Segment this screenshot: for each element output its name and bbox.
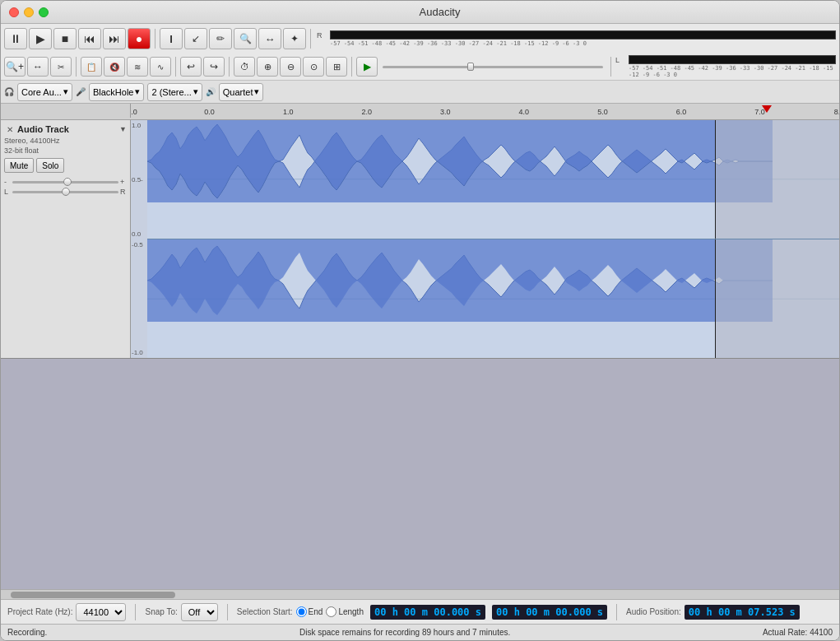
redo-button[interactable]: ↪ — [203, 57, 225, 77]
pan-slider[interactable] — [12, 191, 118, 193]
zoom-fit2-icon[interactable]: ⊞ — [326, 57, 347, 77]
envelope-tool-button[interactable]: ↙ — [184, 28, 207, 49]
snap-to-label: Snap To: — [145, 607, 177, 616]
track-info-bit: 32-bit float — [4, 146, 127, 155]
vu-meter-1 — [330, 30, 836, 39]
timer-icon[interactable]: ⏱ — [234, 57, 255, 77]
gray-region-bottom — [715, 239, 839, 359]
play-at-speed-button[interactable]: ▶ — [356, 57, 378, 77]
track-close-button[interactable]: ✕ — [4, 123, 16, 135]
vu-scale-row: -57 -54 -51 -48 -45 -42 -39 -36 -33 -30 … — [317, 40, 836, 47]
speed-slider[interactable] — [383, 66, 603, 68]
separator — [155, 29, 155, 49]
audio-position-time[interactable]: 00 h 00 m 07.523 s — [685, 605, 800, 620]
y-axis-bottom: -0.5 -1.0 — [131, 239, 147, 359]
selection-time-1[interactable]: 00 h 00 m 00.000 s — [370, 605, 485, 620]
track-header: ✕ Audio Track ▼ — [4, 123, 127, 135]
clip-icon[interactable]: 📋 — [81, 57, 102, 77]
end-radio[interactable] — [296, 606, 307, 617]
close-button[interactable] — [9, 7, 19, 17]
track-waveform[interactable]: 1.0 0.5- 0.0 -0.5 -1.0 — [131, 120, 839, 358]
ruler-mark-6: 6.0 — [676, 108, 687, 116]
pause-button[interactable]: ⏸ — [4, 28, 27, 49]
minimize-button[interactable] — [24, 7, 34, 17]
speed-thumb[interactable] — [467, 63, 474, 71]
mute-button[interactable]: Mute — [4, 158, 34, 173]
length-radio[interactable] — [326, 606, 336, 617]
playhead-indicator — [762, 105, 772, 113]
vu-meter-2 — [629, 55, 836, 64]
wave-icon[interactable]: ≋ — [127, 57, 148, 77]
skip-end-button[interactable]: ⏭ — [103, 28, 126, 49]
audio-host-select[interactable]: Core Au... ▾ — [17, 83, 72, 101]
snap-to-dropdown[interactable]: Off — [181, 603, 218, 621]
ruler-mark-neg1: -1.0 — [131, 108, 137, 116]
zoom-out-icon[interactable]: ⊖ — [280, 57, 301, 77]
y-axis-top: 1.0 0.5- 0.0 — [131, 120, 147, 239]
toolbar-container: ⏸ ▶ ■ ⏮ ⏭ ● I ↙ ✏ 🔍 ↔ ✦ R — [1, 24, 839, 104]
status-text-bar: Recording. Disk space remains for record… — [1, 624, 839, 640]
skip-start-button[interactable]: ⏮ — [78, 28, 101, 49]
audio-track: ✕ Audio Track ▼ Stereo, 44100Hz 32-bit f… — [1, 120, 839, 359]
zoom-in-button[interactable]: 🔍+ — [4, 57, 26, 77]
length-radio-label[interactable]: Length — [326, 606, 364, 617]
pan-thumb[interactable] — [62, 188, 70, 196]
chevron-down-icon3: ▾ — [193, 86, 198, 97]
vu-scale-row2: -57 -54 -51 -48 -45 -42 -39 -36 -33 -30 … — [615, 65, 836, 78]
vu-meters-2: L -57 -54 -51 -48 -45 -42 -39 -36 -33 -3… — [615, 55, 836, 78]
track-menu-button[interactable]: ▼ — [119, 125, 127, 133]
scrollbar-thumb[interactable] — [11, 592, 175, 598]
select-tool-button[interactable]: I — [160, 28, 183, 49]
application-window: Audacity ⏸ ▶ ■ ⏮ ⏭ ● I ↙ ✏ 🔍 ↔ ✦ R — [0, 0, 840, 641]
multitool-button[interactable]: ✦ — [283, 28, 306, 49]
project-rate-dropdown[interactable]: 44100 — [76, 603, 126, 621]
draw-tool-button[interactable]: ✏ — [209, 28, 232, 49]
input-device-label: BlackHole — [93, 87, 134, 97]
recording-status: Recording. — [7, 628, 47, 637]
gain-thumb[interactable] — [63, 178, 72, 186]
selection-start-label: Selection Start: — [237, 607, 293, 616]
vu-meter-row2: L — [615, 55, 836, 64]
playback-cursor-top — [715, 120, 716, 239]
track-controls: ✕ Audio Track ▼ Stereo, 44100Hz 32-bit f… — [1, 120, 131, 358]
channels-select[interactable]: 2 (Stere... ▾ — [147, 83, 202, 101]
maximize-button[interactable] — [39, 7, 49, 17]
zoom-sel-icon[interactable]: ⊙ — [303, 57, 324, 77]
sep3 — [76, 57, 77, 77]
y-label-0.5: 0.5- — [131, 176, 147, 183]
undo-button[interactable]: ↩ — [180, 57, 202, 77]
gain-plus-label: + — [120, 178, 127, 186]
chevron-down-icon2: ▾ — [135, 86, 140, 97]
ruler-track-space — [1, 104, 131, 118]
vu-scale-2: -57 -54 -51 -48 -45 -42 -39 -36 -33 -30 … — [629, 65, 836, 78]
pan-l-label: L — [4, 188, 11, 196]
trim-button[interactable]: ✂ — [50, 57, 72, 77]
stop-button[interactable]: ■ — [53, 28, 77, 49]
ruler-marks[interactable]: -1.0 0.0 1.0 2.0 3.0 4.0 5.0 6.0 7.0 8.0 — [131, 104, 839, 118]
tracks-container: ✕ Audio Track ▼ Stereo, 44100Hz 32-bit f… — [1, 120, 839, 589]
project-rate-section: Project Rate (Hz): 44100 — [7, 603, 126, 621]
status-sep1 — [135, 604, 136, 620]
output-device-select[interactable]: Quartet ▾ — [219, 83, 264, 101]
solo-button[interactable]: Solo — [36, 158, 64, 173]
title-bar: Audacity — [1, 1, 839, 24]
selection-time-2[interactable]: 00 h 00 m 00.000 s — [492, 605, 607, 620]
zoom-fit-button[interactable]: ↔ — [27, 57, 49, 77]
input-device-select[interactable]: BlackHole ▾ — [89, 83, 145, 101]
ruler-mark-5: 5.0 — [597, 108, 608, 116]
horizontal-scrollbar[interactable] — [1, 589, 839, 599]
core-audio-icon: 🎧 — [4, 87, 14, 96]
timeshift-tool-button[interactable]: ↔ — [258, 28, 281, 49]
play-button[interactable]: ▶ — [29, 28, 52, 49]
zoom-tool-button[interactable]: 🔍 — [234, 28, 257, 49]
record-button[interactable]: ● — [128, 28, 151, 49]
end-radio-label[interactable]: End — [296, 606, 323, 617]
gain-slider[interactable] — [12, 181, 118, 183]
zoom-in2-icon[interactable]: ⊕ — [257, 57, 278, 77]
playback-cursor-bottom — [715, 239, 716, 359]
sep6 — [351, 57, 352, 77]
vu-meters: R -57 -54 -51 -48 -45 -42 -39 -36 -33 -3… — [317, 30, 836, 47]
speaker-icon: 🔊 — [206, 87, 216, 96]
silence-icon[interactable]: 🔇 — [104, 57, 125, 77]
wave2-icon[interactable]: ∿ — [150, 57, 171, 77]
